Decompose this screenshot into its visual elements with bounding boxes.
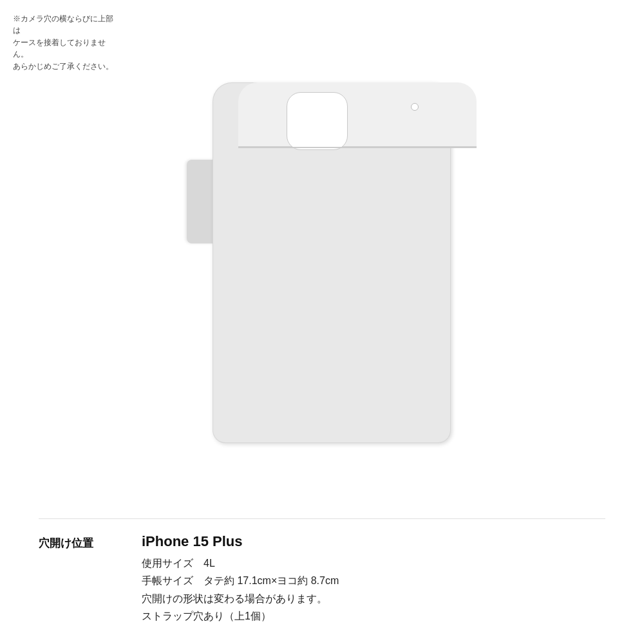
camera-note: ※カメラ穴の横ならびに上部は ケースを接着しておりません。 あらかじめご了承くだ… [13, 13, 116, 72]
case-main-body [213, 82, 451, 443]
info-row-shape-note: 穴開けの形状は変わる場合があります。 [142, 590, 605, 607]
note-line2: ケースを接着しておりません。 [13, 39, 106, 58]
page-container: ※カメラ穴の横ならびに上部は ケースを接着しておりません。 あらかじめご了承くだ… [0, 0, 644, 644]
note-line3: あらかじめご了承ください。 [13, 62, 113, 70]
strap-hole [411, 103, 419, 111]
note-line1: ※カメラ穴の横ならびに上部は [13, 15, 113, 34]
camera-cutout [287, 92, 348, 150]
info-content-column: iPhone 15 Plus 使用サイズ 4L 手帳サイズ タテ約 17.1cm… [142, 532, 605, 625]
info-area: 穴開け位置 iPhone 15 Plus 使用サイズ 4L 手帳サイズ タテ約 … [0, 519, 644, 644]
case-illustration [187, 82, 457, 443]
case-top-flap [238, 82, 477, 147]
device-name: iPhone 15 Plus [142, 532, 605, 552]
case-fold-divider [238, 147, 477, 148]
case-image-area: ※カメラ穴の横ならびに上部は ケースを接着しておりません。 あらかじめご了承くだ… [0, 0, 644, 518]
info-row-strap: ストラップ穴あり（上1個） [142, 607, 605, 625]
info-row-dimensions: 手帳サイズ タテ約 17.1cm×ヨコ約 8.7cm [142, 572, 605, 589]
info-label-column: 穴開け位置 [39, 532, 142, 625]
info-label: 穴開け位置 [39, 532, 142, 552]
info-row-size: 使用サイズ 4L [142, 554, 605, 572]
